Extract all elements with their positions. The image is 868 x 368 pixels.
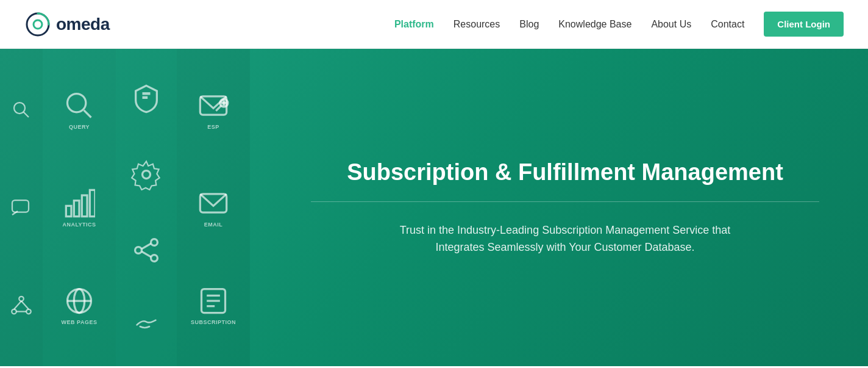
svg-rect-4 — [12, 200, 29, 212]
esp-label: ESP — [207, 124, 219, 130]
icon-col-1 — [0, 49, 43, 366]
search-icon — [10, 99, 32, 121]
analytics-label: ANALYTICS — [62, 222, 96, 228]
svg-line-3 — [24, 112, 29, 117]
svg-rect-17 — [90, 190, 95, 216]
analytics-icon — [63, 187, 95, 219]
svg-point-26 — [151, 255, 158, 262]
svg-point-8 — [26, 309, 31, 314]
svg-line-13 — [84, 110, 91, 118]
esp-icon — [197, 90, 229, 121]
client-login-button[interactable]: Client Login — [764, 12, 844, 37]
chat-icon — [10, 197, 32, 218]
nav-contact[interactable]: Contact — [711, 19, 744, 30]
icon-search-area — [10, 99, 32, 121]
svg-point-1 — [34, 20, 42, 29]
icon-col-3 — [116, 49, 177, 366]
subscription-label: SUBSCRIPTION — [191, 319, 236, 325]
icon-subscription: SUBSCRIPTION — [191, 285, 236, 325]
svg-line-27 — [141, 244, 151, 249]
shield-icon — [130, 83, 162, 115]
icon-network-area — [10, 294, 32, 316]
web-pages-icon — [63, 285, 95, 317]
logo-text: omeda — [56, 15, 110, 34]
svg-rect-14 — [66, 206, 71, 216]
query-icon — [63, 90, 95, 121]
icon-shield — [130, 83, 162, 115]
svg-rect-15 — [74, 201, 79, 217]
hero-subtitle: Trust in the Industry-Leading Subscripti… — [382, 222, 748, 257]
svg-point-23 — [143, 171, 151, 179]
main-nav: Platform Resources Blog Knowledge Base A… — [394, 12, 844, 37]
hero-section: QUERY ANALYTICS WEB PAGES — [0, 49, 868, 366]
connections-icon — [130, 234, 162, 266]
svg-point-12 — [68, 94, 86, 112]
svg-point-7 — [12, 309, 16, 314]
nav-resources[interactable]: Resources — [454, 19, 500, 30]
icon-col-2: QUERY ANALYTICS WEB PAGES — [43, 49, 116, 366]
icon-hand — [135, 310, 157, 332]
icon-query: QUERY — [63, 90, 95, 130]
network-icon — [10, 294, 32, 316]
icon-analytics: ANALYTICS — [62, 187, 96, 228]
header: omeda Platform Resources Blog Knowledge … — [0, 0, 868, 49]
icon-gear — [130, 159, 162, 190]
hero-divider — [311, 201, 819, 202]
svg-rect-16 — [82, 195, 87, 217]
icon-web-pages: WEB PAGES — [62, 285, 98, 325]
icon-esp: ESP — [197, 90, 229, 130]
nav-blog[interactable]: Blog — [519, 19, 539, 30]
svg-line-10 — [21, 301, 29, 309]
hero-title: Subscription & Fulfillment Management — [347, 159, 783, 187]
icon-col-4: ESP EMAIL SUBSCRIPTION — [177, 49, 250, 366]
icon-chat-area — [10, 197, 32, 218]
nav-about-us[interactable]: About Us — [651, 19, 691, 30]
svg-line-9 — [14, 301, 21, 309]
query-label: QUERY — [69, 124, 90, 130]
subscription-icon — [197, 285, 229, 317]
svg-point-6 — [19, 297, 24, 301]
svg-line-28 — [141, 251, 151, 257]
logo[interactable]: omeda — [24, 11, 110, 38]
omeda-logo-icon — [24, 11, 51, 38]
icon-email: EMAIL — [197, 187, 229, 228]
svg-point-25 — [135, 247, 142, 254]
email-icon — [197, 187, 229, 219]
svg-point-24 — [151, 239, 158, 246]
gear-icon — [130, 159, 162, 190]
email-label: EMAIL — [204, 222, 223, 228]
web-pages-label: WEB PAGES — [62, 319, 98, 325]
svg-point-2 — [14, 103, 25, 114]
nav-platform[interactable]: Platform — [394, 19, 434, 30]
hero-content: Subscription & Fulfillment Management Tr… — [262, 49, 868, 366]
nav-knowledge-base[interactable]: Knowledge Base — [558, 19, 631, 30]
hand-icon — [135, 310, 157, 332]
icon-connections — [130, 234, 162, 266]
